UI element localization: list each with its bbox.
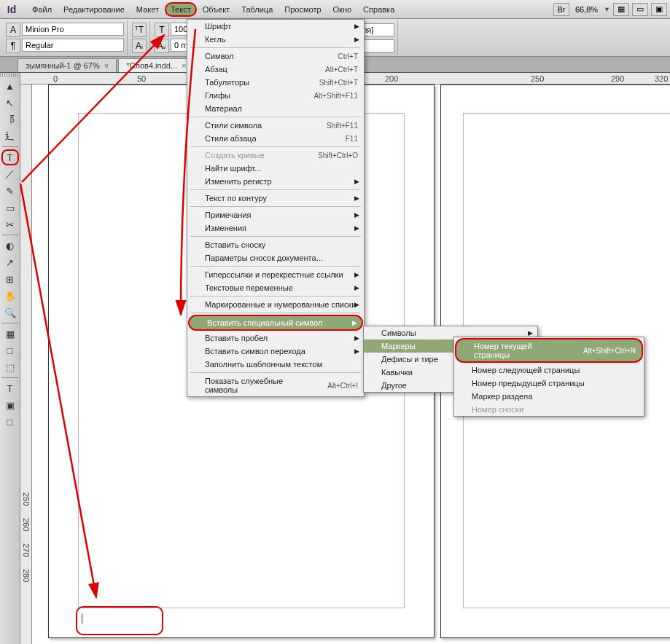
menu-item[interactable]: Изменить регистр▶ (187, 175, 364, 188)
menu-window[interactable]: Окно (327, 2, 358, 17)
tool-18[interactable]: ▣ (1, 397, 19, 413)
tool-13[interactable]: 🔍 (1, 305, 19, 321)
font-family-select[interactable]: Minion Pro (22, 23, 124, 36)
tool-5[interactable]: ／ (1, 166, 19, 182)
submenu-markers: Номер текущей страницыAlt+Shift+Ctrl+NНо… (453, 337, 644, 417)
menu-item[interactable]: Материал (187, 102, 364, 115)
zoom-controls: Br 66,8% ▼ ▦ ▭ ▣ (553, 3, 667, 16)
menu-item[interactable]: Найти шрифт... (187, 162, 364, 175)
hscale-icon: T (155, 23, 169, 37)
menu-item[interactable]: Кегль▶ (187, 33, 364, 46)
tool-6[interactable]: ✎ (1, 183, 19, 199)
menu-item[interactable]: Вставить сноску (187, 238, 364, 251)
bridge-icon[interactable]: Br (553, 3, 569, 16)
menubar: Id Файл Редактирование Макет Текст Объек… (0, 0, 670, 19)
menu-item: Создать кривыеShift+Ctrl+O (187, 149, 364, 162)
menu-item[interactable]: АбзацAlt+Ctrl+T (187, 63, 364, 76)
view-mode-3-icon[interactable]: ▣ (651, 3, 667, 16)
submenu-item[interactable]: Номер следующей страницы (454, 364, 644, 377)
menu-item[interactable]: Вставить специальный символ▶ (188, 315, 363, 331)
menu-item[interactable]: Текстовые переменные▶ (187, 281, 364, 294)
menu-item[interactable]: Текст по контуру▶ (187, 192, 364, 205)
menu-text-dropdown: Шрифт▶Кегль▶СимволCtrl+TАбзацAlt+Ctrl+TТ… (187, 19, 365, 397)
menu-object[interactable]: Объект (197, 2, 235, 17)
tool-11[interactable]: ⊞ (1, 271, 19, 287)
tool-12[interactable]: ✋ (1, 288, 19, 304)
char-format-icon[interactable]: A (6, 23, 20, 37)
zoom-value[interactable]: 66,8% (572, 5, 601, 14)
tool-16[interactable]: ⬚ (1, 359, 19, 375)
tool-19[interactable]: □ (1, 414, 19, 430)
menu-item[interactable]: Параметры сносок документа... (187, 251, 364, 264)
submenu-item[interactable]: Номер текущей страницыAlt+Shift+Ctrl+N (455, 338, 643, 363)
submenu-item: Номер сноски (454, 403, 644, 416)
menu-help[interactable]: Справка (357, 2, 400, 17)
menu-item[interactable]: Стили символаShift+F11 (187, 119, 364, 132)
menu-edit[interactable]: Редактирование (58, 2, 131, 17)
menu-view[interactable]: Просмотр (278, 2, 327, 17)
menu-file[interactable]: Файл (26, 2, 58, 17)
menu-text[interactable]: Текст (165, 2, 197, 17)
close-icon[interactable]: × (104, 61, 109, 70)
chevron-down-icon[interactable]: ▼ (604, 6, 610, 13)
kerning-icon: Aᵥ (155, 39, 169, 53)
size-icon[interactable]: ᵀT (132, 23, 147, 37)
menu-item[interactable]: Вставить символ перехода▶ (187, 345, 364, 358)
tool-15[interactable]: □ (1, 342, 19, 358)
tool-2[interactable]: ⻏ (1, 111, 19, 127)
view-mode-2-icon[interactable]: ▭ (632, 3, 648, 16)
menu-table[interactable]: Таблица (235, 2, 278, 17)
menu-item[interactable]: СимволCtrl+T (187, 50, 364, 63)
menu-item[interactable]: Стили абзацаF11 (187, 132, 364, 145)
ruler-vertical[interactable]: 250260270280 (20, 85, 32, 644)
close-icon[interactable]: × (182, 61, 186, 70)
menu-item[interactable]: Примечания▶ (187, 208, 364, 221)
tab-doc1[interactable]: зымянный-1 @ 67%× (17, 58, 117, 72)
submenu-item[interactable]: Маркер раздела (454, 390, 644, 403)
leading-icon[interactable]: Aᵢ (132, 39, 147, 53)
submenu-item[interactable]: Номер предыдущей страницы (454, 377, 644, 390)
menu-item[interactable]: Изменения▶ (187, 221, 364, 235)
menu-item[interactable]: ТабуляторыShift+Ctrl+T (187, 76, 364, 89)
tool-3[interactable]: ⻎ (1, 128, 19, 144)
menu-item[interactable]: Вставить пробел▶ (187, 331, 364, 345)
font-style-select[interactable]: Regular (22, 39, 124, 52)
tool-14[interactable]: ▦ (1, 326, 19, 342)
menu-item[interactable]: Маркированные и нумерованные списки▶ (187, 298, 364, 311)
menu-item[interactable]: Шрифт▶ (187, 20, 364, 33)
tab-doc2[interactable]: *Слов4.indd...× (118, 58, 194, 72)
menu-item[interactable]: Показать служебные символыAlt+Ctrl+I (187, 374, 364, 396)
tool-8[interactable]: ✂ (1, 216, 19, 232)
menu-item[interactable]: Заполнить шаблонным текстом (187, 358, 364, 371)
menu-item[interactable]: ГлифыAlt+Shift+F11 (187, 89, 364, 102)
tool-4[interactable]: T (1, 149, 19, 165)
view-mode-1-icon[interactable]: ▦ (613, 3, 629, 16)
tool-17[interactable]: T (1, 380, 19, 396)
menu-item[interactable]: Гиперссылки и перекрестные ссылки▶ (187, 268, 364, 281)
tool-0[interactable]: ▲ (1, 78, 19, 94)
text-frame-highlight (76, 606, 163, 635)
toolbox: ▲↖⻏⻎T／✎▭✂◐↗⊞✋🔍▦□⬚T▣□ (0, 73, 20, 644)
app-logo: Id (3, 4, 20, 15)
tool-7[interactable]: ▭ (1, 200, 19, 216)
tool-9[interactable]: ◐ (1, 237, 19, 254)
tool-1[interactable]: ↖ (1, 95, 19, 111)
menu-layout[interactable]: Макет (131, 2, 165, 17)
para-format-icon[interactable]: ¶ (6, 39, 20, 53)
tool-10[interactable]: ↗ (1, 254, 19, 270)
